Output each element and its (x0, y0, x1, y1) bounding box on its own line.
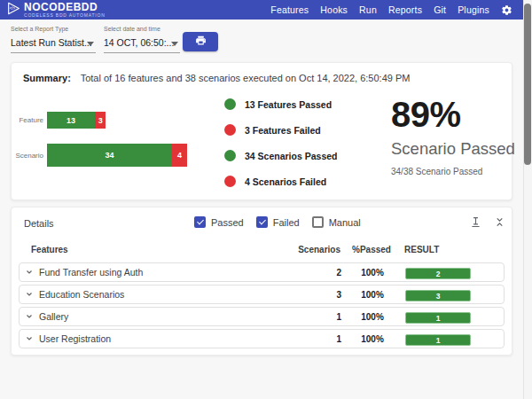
percent-passed: 100% (341, 312, 403, 322)
chevron-down-icon[interactable] (20, 290, 39, 299)
filter-checkbox-manual[interactable]: Manual (312, 216, 361, 228)
result-cell: 3 (405, 286, 474, 302)
chevron-down-icon[interactable] (20, 334, 39, 343)
nav-item-features[interactable]: Features (270, 4, 309, 15)
details-title: Details (24, 218, 54, 229)
report-type-select[interactable]: Select a Report Type Latest Run Statist.… (11, 26, 96, 53)
datetime-label: Select date and time (104, 26, 180, 32)
col-percent-passed: %Passed (340, 245, 403, 254)
feature-name: User Registration (39, 333, 292, 344)
nav-item-git[interactable]: Git (434, 4, 446, 15)
feature-row[interactable]: User Registration1100%1 (19, 329, 505, 348)
chart-segment-passed: 34 (47, 144, 172, 167)
col-features: Features (31, 245, 291, 254)
checkbox-label: Passed (211, 217, 244, 228)
legend-label: 34 Scenarios Passed (245, 151, 337, 161)
legend-dot (224, 124, 236, 136)
filter-checkbox-failed[interactable]: Failed (256, 216, 300, 228)
legend-item: 13 Features Passed (224, 98, 337, 110)
checkbox-icon (256, 216, 268, 228)
result-bar: 3 (405, 290, 471, 301)
details-header: Details PassedFailedManual (12, 207, 512, 238)
percent-passed: 100% (341, 334, 403, 344)
nav-item-hooks[interactable]: Hooks (320, 4, 348, 15)
chart-category-label: Feature (13, 116, 43, 124)
chart-bar-track: 344 (47, 144, 187, 167)
datetime-select[interactable]: Select date and time 14 OCT, 06:50:... (104, 26, 180, 53)
nav-item-run[interactable]: Run (359, 4, 377, 15)
chart-category-label: Scenario (13, 152, 43, 160)
chart-bar-row: Scenario344 (13, 144, 187, 167)
unfold-less-icon[interactable] (495, 216, 505, 228)
caret-down-icon (87, 42, 94, 46)
legend-dot (224, 98, 236, 110)
percent-passed: 100% (341, 268, 403, 278)
legend-item: 4 Scenarios Failed (224, 176, 337, 187)
big-stat: 89% Scenario Passed 34/38 Scenario Passe… (391, 97, 515, 176)
chart-segment-passed: 13 (47, 112, 95, 129)
legend-label: 4 Scenarios Failed (245, 176, 326, 187)
legend-label: 13 Features Passed (245, 99, 332, 110)
settings-gear-icon[interactable] (501, 4, 512, 16)
feature-name: Gallery (39, 311, 292, 322)
main-nav: FeaturesHooksRunReportsGitPlugins (270, 4, 489, 15)
legend-item: 3 Features Failed (224, 124, 337, 136)
big-stat-sub: 34/38 Scenario Passed (391, 167, 515, 176)
svg-text:</>: </> (10, 6, 16, 11)
report-filter-bar: Select a Report Type Latest Run Statist.… (0, 20, 532, 59)
checkbox-icon (312, 216, 324, 228)
feature-row[interactable]: Gallery1100%1 (19, 307, 505, 326)
summary-legend: 13 Features Passed3 Features Failed34 Sc… (224, 98, 337, 201)
big-stat-percent: 89% (391, 97, 515, 132)
filter-checkbox-passed[interactable]: Passed (194, 216, 244, 228)
brand-tagline: CODELESS BDD AUTOMATION (24, 13, 106, 18)
result-cell: 1 (405, 331, 474, 347)
result-bar: 2 (405, 268, 471, 279)
col-result: RESULT (404, 245, 473, 254)
checkbox-label: Failed (273, 217, 300, 228)
scenario-count: 2 (292, 268, 341, 278)
table-header: Features Scenarios %Passed RESULT (19, 245, 506, 254)
report-type-value: Latest Run Statist... (11, 37, 92, 48)
percent-passed: 100% (341, 290, 403, 300)
chevron-down-icon[interactable] (20, 268, 39, 277)
checkbox-label: Manual (329, 217, 361, 228)
summary-title: Summary: (23, 73, 71, 83)
chevron-down-icon[interactable] (20, 312, 39, 321)
vertical-align-bottom-icon[interactable] (470, 216, 481, 228)
brand-logo[interactable]: </> NOCODEBDD CODELESS BDD AUTOMATION (7, 2, 106, 19)
nav-item-reports[interactable]: Reports (388, 4, 422, 15)
feature-row[interactable]: Fund Transfer using Auth2100%2 (19, 262, 505, 282)
print-button[interactable] (183, 32, 218, 51)
details-filters: PassedFailedManual (194, 216, 373, 228)
legend-dot (224, 176, 236, 187)
chart-segment-failed: 4 (172, 144, 187, 167)
report-type-label: Select a Report Type (11, 26, 96, 32)
scenario-count: 1 (292, 312, 341, 322)
brand-name: NOCODEBDD (24, 2, 106, 12)
chart-bar-row: Feature133 (13, 112, 187, 129)
scrollbar-thumb[interactable] (524, 4, 531, 165)
result-cell: 2 (405, 264, 474, 280)
caret-down-icon (171, 42, 178, 46)
details-card: Details PassedFailedManual Features Scen… (11, 207, 512, 356)
features-table-body: Fund Transfer using Auth2100%2Education … (12, 262, 512, 351)
result-bar: 1 (405, 312, 471, 324)
summary-chart: Feature133Scenario344 (13, 112, 187, 167)
legend-item: 34 Scenarios Passed (224, 150, 337, 161)
top-navbar: </> NOCODEBDD CODELESS BDD AUTOMATION Fe… (0, 0, 532, 20)
chart-bar-track: 133 (47, 112, 106, 129)
col-scenarios: Scenarios (291, 245, 340, 254)
chart-segment-failed: 3 (95, 112, 106, 129)
checkbox-icon (194, 216, 206, 228)
reports-page: </> NOCODEBDD CODELESS BDD AUTOMATION Fe… (0, 0, 532, 399)
legend-label: 3 Features Failed (245, 125, 321, 136)
datetime-value: 14 OCT, 06:50:... (104, 37, 174, 48)
scrollbar-track[interactable] (523, 0, 532, 399)
scenario-count: 1 (292, 334, 341, 344)
nav-item-plugins[interactable]: Plugins (458, 4, 489, 15)
feature-row[interactable]: Education Scenarios3100%3 (19, 285, 505, 304)
feature-name: Fund Transfer using Auth (39, 267, 292, 278)
logo-icon: </> (7, 2, 20, 19)
feature-name: Education Scenarios (39, 289, 292, 300)
